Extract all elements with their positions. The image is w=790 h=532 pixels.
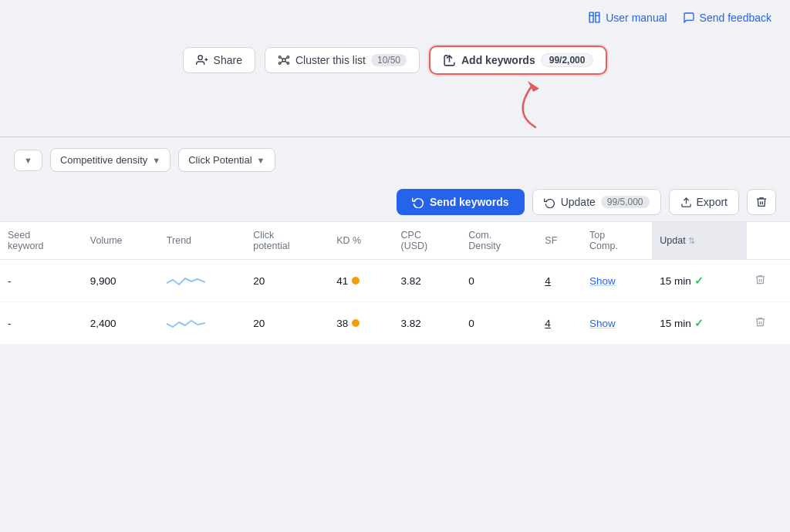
trash-icon (755, 196, 768, 208)
send-keywords-button[interactable]: Send keywords (397, 189, 525, 215)
svg-line-12 (281, 58, 283, 59)
svg-point-9 (287, 56, 289, 59)
export-button[interactable]: Export (669, 189, 739, 215)
cell-volume: 9,900 (83, 260, 159, 302)
cell-seed: - (0, 260, 83, 302)
svg-point-10 (279, 62, 281, 65)
add-keywords-badge: 99/2,000 (541, 53, 594, 67)
cell-delete[interactable] (747, 302, 790, 345)
svg-line-13 (285, 58, 287, 59)
share-icon (196, 54, 208, 66)
cell-click-potential: 20 (245, 302, 329, 345)
chevron-down-icon: ▼ (152, 156, 160, 165)
check-icon: ✓ (694, 318, 704, 329)
export-icon (680, 197, 692, 208)
cell-cpc: 3.82 (393, 302, 461, 345)
kd-indicator (352, 319, 360, 327)
svg-point-8 (279, 56, 281, 59)
cell-delete[interactable] (747, 260, 790, 302)
action-bar: Send keywords Update 99/5,000 Export (0, 183, 790, 221)
filter-bar: ▼ Competitive density ▼ Click Potential … (0, 137, 790, 183)
col-actions (747, 222, 790, 260)
cell-top-comp[interactable]: Show (582, 302, 652, 345)
cell-top-comp[interactable]: Show (582, 260, 652, 302)
feedback-icon (683, 12, 695, 24)
col-trend: Trend (159, 222, 245, 260)
col-top-comp: TopComp. (582, 222, 652, 260)
svg-point-11 (287, 62, 289, 65)
col-click-potential: Clickpotential (245, 222, 329, 260)
add-keywords-button[interactable]: Add keywords 99/2,000 (429, 45, 607, 75)
cell-cpc: 3.82 (393, 260, 461, 302)
refresh-icon (544, 197, 555, 208)
cell-update: 15 min ✓ (652, 302, 746, 345)
cluster-list-button[interactable]: Cluster this list 10/50 (265, 47, 420, 73)
cell-trend (159, 302, 245, 345)
user-manual-link[interactable]: User manual (588, 11, 667, 24)
cell-kd: 41 (329, 260, 393, 302)
table-row: - 2,400 20 38 3.82 0 4 Show 15 min ✓ (0, 302, 790, 345)
cell-kd: 38 (329, 302, 393, 345)
col-volume: Volume (83, 222, 159, 260)
col-kd: KD % (329, 222, 393, 260)
click-potential-dropdown[interactable]: Click Potential ▼ (178, 148, 275, 172)
col-seed-keyword: Seedkeyword (0, 222, 83, 260)
cell-com-density: 0 (461, 260, 537, 302)
table-row: - 9,900 20 41 3.82 0 4 Show 15 min ✓ (0, 260, 790, 302)
col-cpc: CPC(USD) (393, 222, 461, 260)
cell-trend (159, 260, 245, 302)
cluster-icon (278, 54, 290, 66)
svg-rect-0 (589, 12, 593, 22)
trend-chart (167, 315, 205, 332)
row-delete-icon[interactable] (755, 316, 766, 328)
svg-point-4 (198, 56, 202, 59)
svg-line-14 (281, 61, 283, 62)
send-feedback-link[interactable]: Send feedback (683, 12, 771, 24)
show-link[interactable]: Show (589, 318, 616, 329)
cell-com-density: 0 (461, 302, 537, 345)
cell-update: 15 min ✓ (652, 260, 746, 302)
chevron-down-icon: ▼ (257, 156, 265, 165)
toolbar-area: Share Cluster this list 10/50 Add keywor… (0, 32, 790, 82)
add-keywords-icon (443, 54, 456, 67)
top-bar: User manual Send feedback (0, 0, 790, 32)
col-sf: SF (537, 222, 582, 260)
cluster-badge: 10/50 (371, 54, 407, 66)
cell-click-potential: 20 (245, 260, 329, 302)
cell-sf: 4 (537, 302, 582, 345)
cell-seed: - (0, 302, 83, 345)
competitive-density-dropdown[interactable]: Competitive density ▼ (50, 148, 170, 172)
show-link[interactable]: Show (589, 275, 616, 287)
svg-line-15 (285, 61, 287, 62)
arrow-svg (489, 75, 582, 133)
chevron-down-icon: ▼ (24, 156, 32, 165)
arrow-annotation (0, 82, 790, 136)
keywords-table: Seedkeyword Volume Trend Clickpotential … (0, 221, 790, 345)
col-update[interactable]: Updat⇅ (652, 222, 746, 260)
book-icon (588, 11, 601, 24)
svg-rect-1 (596, 12, 599, 22)
sort-icon: ⇅ (688, 236, 695, 245)
row-delete-icon[interactable] (755, 274, 766, 285)
update-badge: 99/5,000 (601, 196, 650, 208)
delete-button[interactable] (747, 189, 776, 215)
cell-volume: 2,400 (83, 302, 159, 345)
trend-chart (167, 272, 205, 289)
col-com-density: Com.Density (461, 222, 537, 260)
share-button[interactable]: Share (183, 47, 255, 73)
kd-indicator (352, 277, 360, 285)
send-icon (412, 196, 424, 208)
check-icon: ✓ (694, 275, 704, 287)
first-filter-dropdown[interactable]: ▼ (14, 150, 42, 171)
update-button[interactable]: Update 99/5,000 (532, 189, 661, 215)
cell-sf: 4 (537, 260, 582, 302)
